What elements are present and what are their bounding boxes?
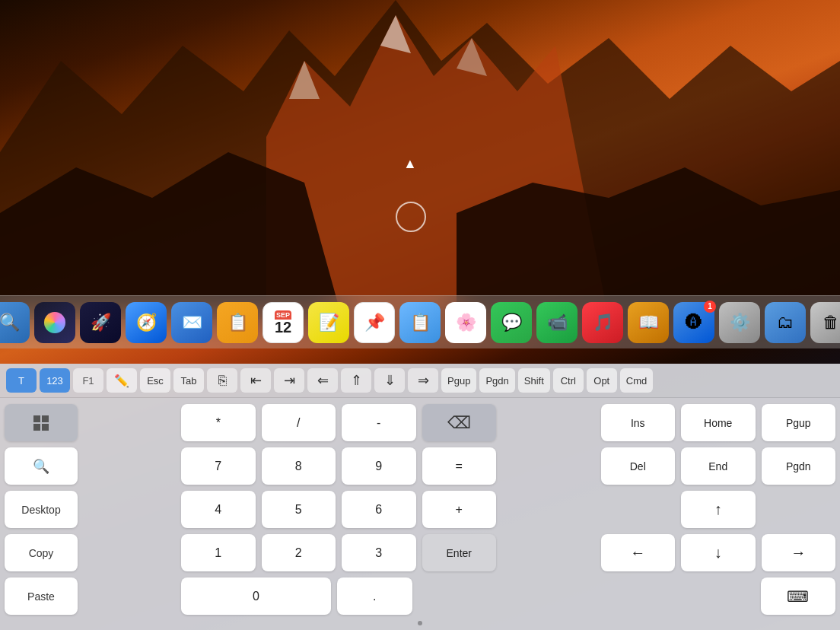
dock-icon-contacts[interactable]: 📋 [217, 302, 258, 343]
pgdn-nav-key[interactable]: Pgdn [762, 447, 836, 485]
up-arrow-nav-key[interactable]: ↑ [681, 491, 756, 528]
paste-shortcut-key[interactable]: Paste [5, 578, 78, 615]
divide-key[interactable]: / [262, 404, 336, 441]
dock-icon-notes[interactable]: 📝 [308, 302, 349, 343]
end-key[interactable]: End [681, 447, 756, 485]
dock-icon-photos[interactable]: 🌸 [445, 302, 486, 343]
toolbar-tab-button[interactable]: Tab [173, 368, 204, 393]
backspace-key[interactable]: ⌫ [422, 404, 497, 441]
toolbar-next-icon[interactable]: ⇥ [274, 368, 304, 393]
pgup-nav-key[interactable]: Pgup [762, 404, 836, 441]
empty-key-3-2 [84, 491, 157, 528]
svg-rect-7 [33, 415, 40, 422]
toolbar-right-arrow[interactable]: ⇒ [408, 368, 438, 393]
empty-right-5a [599, 578, 674, 615]
del-key[interactable]: Del [601, 447, 676, 485]
down-arrow-nav-key[interactable]: ↓ [681, 534, 756, 571]
keyboard-row-5: Paste 0 . ⌨ [5, 578, 835, 615]
toolbar-down-arrow[interactable]: ⇓ [374, 368, 405, 393]
plus-key[interactable]: + [422, 491, 497, 528]
col-divider-10 [499, 578, 511, 615]
toolbar-pencil-button[interactable]: ✏️ [107, 368, 137, 393]
enter-key[interactable]: Enter [422, 534, 497, 571]
dock-icon-finder[interactable]: 🔍 [0, 302, 30, 343]
four-key[interactable]: 4 [181, 491, 256, 528]
touch-indicator [396, 202, 426, 232]
toolbar-type-button[interactable]: T [6, 368, 37, 393]
seven-key[interactable]: 7 [181, 447, 256, 485]
dock-icon-systemprefs[interactable]: ⚙️ [719, 302, 760, 343]
equals-key[interactable]: = [422, 447, 497, 485]
ins-key[interactable]: Ins [601, 404, 676, 441]
dock: 🔍 🚀 🧭 ✉️ 📋 SEP 12 📝 📌 📋 🌸 💬 📹 🎵 [0, 295, 840, 348]
dock-icon-reminders[interactable]: 📌 [354, 302, 395, 343]
empty-enter-cont [418, 578, 494, 615]
svg-rect-8 [42, 415, 49, 422]
toolbar-shift-button[interactable]: Shift [518, 368, 550, 393]
copy-shortcut-key[interactable]: Copy [5, 534, 78, 571]
dock-icon-facetime[interactable]: 📹 [536, 302, 578, 343]
toolbar-pgdn-button[interactable]: Pgdn [479, 368, 514, 393]
keyboard-hide-button[interactable]: ⌨ [761, 578, 836, 615]
empty-key-4-2 [84, 534, 157, 571]
col-divider-6 [502, 491, 514, 528]
empty-key-1-2 [84, 404, 157, 441]
empty-space-right-5 [517, 578, 593, 615]
dock-icon-board[interactable]: 📋 [399, 302, 441, 343]
dock-icon-appstore[interactable]: 🅐 1 [673, 302, 714, 343]
col-divider-5 [163, 491, 175, 528]
three-key[interactable]: 3 [342, 534, 416, 571]
toolbar-fn-button[interactable]: F1 [73, 368, 103, 393]
empty-right-3b [762, 491, 836, 528]
dock-icon-calendar[interactable]: SEP 12 [262, 302, 304, 343]
toolbar-ctrl-button[interactable]: Ctrl [553, 368, 584, 393]
toolbar-num-button[interactable]: 123 [40, 368, 70, 393]
desktop-shortcut-key[interactable]: Desktop [5, 491, 78, 528]
eight-key[interactable]: 8 [262, 447, 336, 485]
windows-icon-key[interactable] [5, 404, 78, 441]
col-divider-9 [163, 578, 175, 615]
toolbar-copy-icon[interactable]: ⎘ [207, 368, 237, 393]
dock-icon-messages[interactable]: 💬 [491, 302, 532, 343]
zero-key[interactable]: 0 [181, 578, 331, 615]
empty-key-2-2 [84, 447, 157, 485]
minus-key[interactable]: - [342, 404, 416, 441]
dock-icon-launchpad[interactable]: 🚀 [80, 302, 121, 343]
toolbar-pgup-button[interactable]: Pgup [441, 368, 476, 393]
dock-icon-finder2[interactable]: 🗂 [765, 302, 806, 343]
keyboard-row-4: Copy 1 2 3 Enter ← ↓ → [5, 534, 835, 571]
empty-right-5b [679, 578, 755, 615]
search-key[interactable]: 🔍 [5, 447, 78, 485]
multiply-key[interactable]: * [181, 404, 256, 441]
toolbar-prev-icon[interactable]: ⇤ [240, 368, 271, 393]
right-arrow-nav-key[interactable]: → [762, 534, 836, 571]
one-key[interactable]: 1 [181, 534, 256, 571]
dock-icon-siri[interactable] [34, 302, 75, 343]
keyboard-row-1: * / - ⌫ Ins Home Pgup [5, 404, 835, 441]
nine-key[interactable]: 9 [342, 447, 416, 485]
toolbar-opt-button[interactable]: Opt [587, 368, 617, 393]
period-key[interactable]: . [337, 578, 412, 615]
empty-right-3a [601, 491, 676, 528]
mouse-cursor: ▲ [403, 156, 415, 171]
col-divider-4 [502, 447, 514, 485]
home-key[interactable]: Home [681, 404, 756, 441]
two-key[interactable]: 2 [262, 534, 336, 571]
six-key[interactable]: 6 [342, 491, 416, 528]
toolbar-up-arrow[interactable]: ⇑ [341, 368, 371, 393]
col-divider-2 [502, 404, 514, 441]
dock-icon-ibooks[interactable]: 📖 [628, 302, 669, 343]
five-key[interactable]: 5 [262, 491, 336, 528]
empty-key-5-2 [84, 578, 157, 615]
toolbar-cmd-button[interactable]: Cmd [620, 368, 653, 393]
dock-icon-itunes[interactable]: 🎵 [582, 302, 623, 343]
dock-icon-trash[interactable]: 🗑 [810, 302, 840, 343]
toolbar-left-arrow[interactable]: ⇐ [307, 368, 338, 393]
appstore-badge: 1 [704, 301, 716, 313]
dock-icon-safari[interactable]: 🧭 [126, 302, 167, 343]
empty-space-right-3 [520, 491, 595, 528]
empty-space-right-1 [520, 404, 595, 441]
toolbar-esc-button[interactable]: Esc [140, 368, 170, 393]
left-arrow-nav-key[interactable]: ← [601, 534, 676, 571]
dock-icon-mail[interactable]: ✉️ [171, 302, 212, 343]
